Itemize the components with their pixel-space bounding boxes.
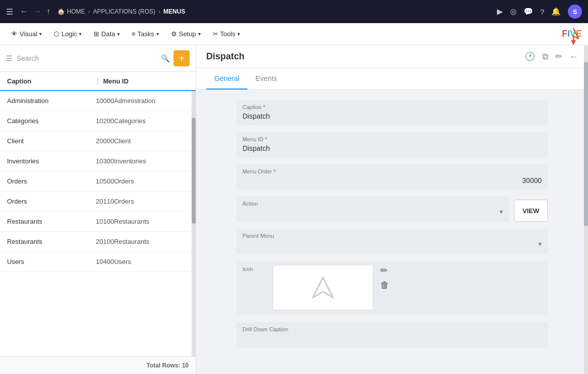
table-row[interactable]: Client 20000Client: [0, 131, 192, 151]
copy-icon[interactable]: ⧉: [542, 52, 548, 62]
nav-setup[interactable]: ⚙ Setup ▾: [166, 27, 206, 41]
caption-input[interactable]: [242, 112, 542, 120]
help-icon[interactable]: ?: [540, 8, 544, 16]
icon-edit-icon[interactable]: ✏: [380, 265, 389, 276]
cell-caption: Client: [7, 137, 96, 145]
menu-id-field: Menu ID *: [236, 132, 548, 157]
nav-tools[interactable]: ✂ Tools ▾: [208, 27, 245, 41]
search-icon[interactable]: 🔍: [161, 54, 170, 62]
home-nav-item[interactable]: 🏠 HOME: [57, 8, 85, 15]
cell-menuid: 20000Client: [96, 137, 185, 145]
cell-caption: Orders: [7, 198, 96, 205]
svg-marker-0: [571, 40, 576, 45]
filter-icon[interactable]: ☰: [6, 54, 13, 62]
nav-tasks[interactable]: ≡ Tasks ▾: [127, 27, 164, 41]
sidebar-scrollbar[interactable]: [192, 91, 196, 356]
caption-label: Caption *: [242, 104, 542, 110]
icon-delete-icon[interactable]: 🗑: [380, 280, 389, 291]
setup-chevron-icon: ▾: [198, 31, 201, 37]
top-nav-actions: ▶ ◎ 💬 ? 🔔 S: [497, 5, 582, 19]
hamburger-icon[interactable]: ☰: [6, 7, 13, 17]
edit-icon[interactable]: ✏: [555, 51, 562, 62]
tasks-chevron-icon: ▾: [156, 31, 159, 37]
table-row[interactable]: Restaurants 10100Restaurants: [0, 212, 192, 232]
sidebar-table-body: Administration 10000Administration Categ…: [0, 91, 196, 356]
column-header-menuid: Menu ID: [103, 77, 189, 85]
cell-caption: Inventories: [7, 157, 96, 165]
history-icon[interactable]: 🕐: [525, 51, 535, 62]
arrow-indicator: [566, 26, 581, 49]
right-scrollbar-thumb[interactable]: [584, 62, 588, 226]
sidebar-search-bar: ☰ 🔍 +: [0, 45, 196, 72]
cell-caption: Categories: [7, 117, 96, 125]
nav-visual[interactable]: 👁 Visual ▾: [6, 27, 47, 41]
table-row[interactable]: Orders 10500Orders: [0, 171, 192, 192]
menu-id-input[interactable]: [242, 144, 542, 152]
visual-chevron-icon: ▾: [39, 31, 42, 37]
action-row: Action ▾ VIEW: [236, 197, 548, 222]
caption-field: Caption *: [236, 100, 548, 125]
breadcrumb: 🏠 HOME › APPLICATIONS (ROS) › MENUS: [57, 8, 185, 15]
menu-id-label: Menu ID *: [242, 136, 542, 142]
drill-down-caption-label: Drill Down Caption: [242, 326, 542, 332]
top-navigation: ☰ ← → ↑ 🏠 HOME › APPLICATIONS (ROS) › ME…: [0, 0, 588, 23]
table-row[interactable]: Inventories 10300Inventories: [0, 151, 192, 171]
action-dropdown-icon[interactable]: ▾: [499, 208, 503, 216]
icon-action-buttons: ✏ 🗑: [380, 265, 389, 291]
chat-icon[interactable]: 💬: [524, 7, 533, 16]
logic-chevron-icon: ▾: [79, 31, 81, 37]
logic-icon: ⬡: [54, 30, 59, 38]
forward-arrow-icon[interactable]: →: [33, 7, 41, 16]
data-icon: ⊞: [94, 30, 99, 38]
table-row[interactable]: Orders 20110Orders: [0, 192, 192, 212]
tasks-icon: ≡: [132, 30, 136, 38]
menu-order-input[interactable]: [242, 176, 542, 184]
bell-icon[interactable]: 🔔: [551, 7, 561, 16]
action-input[interactable]: [242, 209, 503, 217]
add-button[interactable]: +: [174, 50, 190, 66]
main-layout: ☰ 🔍 + Caption Menu ID Administration 100…: [0, 45, 588, 374]
back-arrow-icon[interactable]: ←: [20, 7, 28, 16]
right-panel: Dispatch 🕐 ⧉ ✏ ← General Events Caption …: [196, 45, 588, 374]
search-media-icon[interactable]: ◎: [510, 7, 517, 16]
nav-logic[interactable]: ⬡ Logic ▾: [49, 27, 87, 41]
back-icon[interactable]: ←: [569, 52, 578, 62]
column-divider: [98, 77, 98, 85]
table-header: Caption Menu ID: [0, 72, 196, 91]
tab-general[interactable]: General: [206, 68, 247, 89]
right-scrollbar-track[interactable]: [584, 45, 588, 374]
table-rows-container: Administration 10000Administration Categ…: [0, 91, 192, 356]
cell-menuid: 10100Restaurants: [96, 218, 185, 225]
parent-menu-field: Parent Menu ▾: [236, 229, 548, 254]
cell-menuid: 20110Orders: [96, 198, 185, 205]
icon-preview: [273, 265, 373, 310]
breadcrumb-menus[interactable]: MENUS: [163, 8, 185, 15]
sidebar-scroll-thumb[interactable]: [192, 118, 196, 224]
tools-chevron-icon: ▾: [237, 31, 240, 37]
breadcrumb-applications[interactable]: APPLICATIONS (ROS): [93, 8, 155, 15]
table-row[interactable]: Users 10400Users: [0, 252, 192, 272]
data-chevron-icon: ▾: [117, 31, 120, 37]
panel-header: Dispatch 🕐 ⧉ ✏ ←: [196, 45, 588, 68]
up-arrow-icon[interactable]: ↑: [46, 7, 50, 16]
panel-tabs: General Events: [196, 68, 588, 90]
cell-caption: Users: [7, 258, 96, 265]
table-row[interactable]: Restaurants 20100Restaurants: [0, 232, 192, 252]
play-icon[interactable]: ▶: [497, 7, 503, 16]
tab-events[interactable]: Events: [247, 68, 285, 89]
nav-data[interactable]: ⊞ Data ▾: [89, 27, 124, 41]
avatar[interactable]: S: [568, 5, 582, 19]
search-input[interactable]: [17, 54, 157, 62]
tools-icon: ✂: [213, 30, 218, 38]
cell-menuid: 10300Inventories: [96, 157, 185, 165]
table-row[interactable]: Categories 10200Categories: [0, 111, 192, 131]
table-row[interactable]: Administration 10000Administration: [0, 91, 192, 111]
column-header-caption: Caption: [7, 77, 93, 85]
parent-menu-dropdown-icon[interactable]: ▾: [538, 240, 542, 248]
view-button[interactable]: VIEW: [514, 200, 548, 222]
cell-menuid: 10000Administration: [96, 97, 185, 105]
panel-action-buttons: 🕐 ⧉ ✏ ←: [525, 51, 578, 62]
menu-order-field: Menu Order *: [236, 164, 548, 190]
drill-down-caption-input[interactable]: [242, 334, 542, 342]
parent-menu-input[interactable]: [242, 241, 542, 249]
